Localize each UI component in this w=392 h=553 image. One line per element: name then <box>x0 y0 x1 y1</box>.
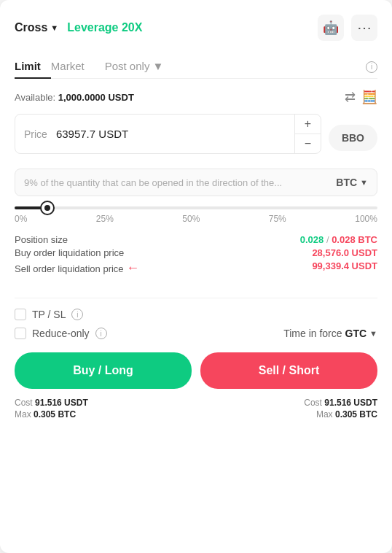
cross-button[interactable]: Cross ▼ <box>15 21 58 34</box>
buy-max-value: 0.305 BTC <box>34 409 76 419</box>
leverage-button[interactable]: Leverage 20X <box>67 21 142 34</box>
slider-label-50: 50% <box>182 214 200 224</box>
robot-button[interactable]: 🤖 <box>318 15 344 41</box>
time-in-force-label: Time in force <box>283 328 342 339</box>
tab-limit-label: Limit <box>15 60 41 72</box>
slider-container: 0% 25% 50% 75% 100% <box>15 206 377 224</box>
divider-1 <box>15 298 377 298</box>
position-size-green: 0.028 <box>300 234 324 245</box>
tabs-info: i <box>366 59 377 73</box>
price-section: Price 63957.7 USDT + − BBO <box>15 114 377 161</box>
header-icons: 🤖 ⋯ <box>318 15 377 41</box>
available-value: 1,000.0000 USDT <box>58 92 134 103</box>
slider-label-0: 0% <box>15 214 27 224</box>
available-text: Available: 1,000.0000 USDT <box>15 92 134 103</box>
panel-header: Cross ▼ Leverage 20X 🤖 ⋯ <box>15 15 377 41</box>
postonly-arrow-icon: ▼ <box>152 60 163 72</box>
sell-cost-group: Cost 91.516 USDT Max 0.305 BTC <box>304 398 377 419</box>
reduce-only-row: Reduce-only i Time in force GTC ▼ <box>15 328 377 339</box>
buy-liq-value: 28,576.0 USDT <box>312 247 377 258</box>
reduce-only-checkbox[interactable] <box>15 328 26 339</box>
tpsl-checkbox[interactable] <box>15 309 26 320</box>
tpsl-row: TP / SL i <box>15 309 377 320</box>
currency-arrow-icon: ▼ <box>360 178 368 187</box>
quantity-row[interactable]: 9% of the quantity that can be opened in… <box>15 169 377 196</box>
sell-liq-arrow-icon: ← <box>126 260 139 276</box>
sell-max-label: Max <box>316 409 333 419</box>
sell-short-label: Sell / Short <box>259 364 320 376</box>
time-in-force-value: GTC <box>345 328 367 339</box>
sell-cost-line: Cost 91.516 USDT <box>304 398 377 408</box>
buy-liq-row: Buy order liquidation price 28,576.0 USD… <box>15 247 377 258</box>
quantity-placeholder: 9% of the quantity that can be opened in… <box>24 177 336 188</box>
buy-liq-label: Buy order liquidation price <box>15 247 124 258</box>
tabs-info-icon[interactable]: i <box>366 61 377 73</box>
bbo-label: BBO <box>342 132 364 144</box>
sell-short-button[interactable]: Sell / Short <box>200 352 377 389</box>
price-increment-button[interactable]: + <box>295 115 321 134</box>
currency-label: BTC <box>336 177 357 188</box>
reduce-only-label: Reduce-only <box>32 328 90 339</box>
position-size-label: Position size <box>15 234 68 245</box>
cross-arrow-icon: ▼ <box>50 23 58 32</box>
tpsl-info-icon[interactable]: i <box>71 309 83 320</box>
reduce-only-info-icon[interactable]: i <box>95 328 107 339</box>
tab-market-label: Market <box>51 60 85 72</box>
sell-cost-value: 91.516 USDT <box>324 398 377 408</box>
sell-liq-label: Sell order liquidation price ← <box>15 260 142 276</box>
robot-icon: 🤖 <box>323 20 339 36</box>
price-stepper: + − <box>294 115 321 153</box>
buy-cost-label: Cost <box>15 398 33 408</box>
price-decrement-button[interactable]: − <box>295 134 321 153</box>
leverage-label: Leverage 20X <box>67 21 142 34</box>
cross-label: Cross <box>15 21 47 34</box>
bbo-button[interactable]: BBO <box>329 125 377 151</box>
buy-long-button[interactable]: Buy / Long <box>15 352 192 389</box>
position-size-row: Position size 0.028 / 0.028 BTC <box>15 234 377 245</box>
position-size-btc: 0.028 BTC <box>332 234 377 245</box>
tab-postonly-label: Post only <box>105 60 150 72</box>
sell-max-value: 0.305 BTC <box>335 409 377 419</box>
slider-thumb[interactable] <box>40 201 55 215</box>
tpsl-label: TP / SL <box>32 309 66 320</box>
price-value[interactable]: 63957.7 USDT <box>56 119 294 149</box>
price-input-row: Price 63957.7 USDT + − <box>15 114 321 154</box>
slider-label-25: 25% <box>96 214 114 224</box>
sell-liq-row: Sell order liquidation price ← 99,339.4 … <box>15 260 377 276</box>
checkbox-section: TP / SL i Reduce-only i Time in force GT… <box>15 309 377 339</box>
price-label: Price <box>15 128 56 140</box>
sell-cost-label: Cost <box>304 398 322 408</box>
transfer-icon[interactable]: ⇄ <box>345 89 356 105</box>
reduce-only-left: Reduce-only i <box>15 328 107 339</box>
more-icon: ⋯ <box>357 19 372 36</box>
buy-cost-line: Cost 91.516 USDT <box>15 398 88 408</box>
cost-row: Cost 91.516 USDT Max 0.305 BTC Cost 91.5… <box>15 398 377 419</box>
position-info: Position size 0.028 / 0.028 BTC Buy orde… <box>15 234 377 276</box>
buy-max-line: Max 0.305 BTC <box>15 409 88 419</box>
tab-limit[interactable]: Limit <box>15 54 51 78</box>
slider-label-100: 100% <box>355 214 377 224</box>
position-size-value: 0.028 / 0.028 BTC <box>300 234 377 245</box>
more-button[interactable]: ⋯ <box>351 15 377 41</box>
buy-cost-group: Cost 91.516 USDT Max 0.305 BTC <box>15 398 88 419</box>
available-label: Available: <box>15 92 55 103</box>
time-in-force[interactable]: Time in force GTC ▼ <box>283 328 377 339</box>
buy-max-label: Max <box>15 409 31 419</box>
calculator-icon[interactable]: 🧮 <box>361 89 377 105</box>
available-row: Available: 1,000.0000 USDT ⇄ 🧮 <box>15 89 377 105</box>
header-left: Cross ▼ Leverage 20X <box>15 21 142 34</box>
sell-max-line: Max 0.305 BTC <box>304 409 377 419</box>
buy-cost-value: 91.516 USDT <box>35 398 88 408</box>
buy-long-label: Buy / Long <box>73 364 133 376</box>
tab-postonly[interactable]: Post only ▼ <box>95 54 164 78</box>
slider-track[interactable] <box>15 206 377 209</box>
available-icons: ⇄ 🧮 <box>345 89 377 105</box>
action-buttons: Buy / Long Sell / Short <box>15 352 377 389</box>
slider-label-75: 75% <box>269 214 286 224</box>
order-tabs: Limit Market Post only ▼ i <box>15 54 377 79</box>
quantity-currency-selector[interactable]: BTC ▼ <box>336 177 368 188</box>
sell-liq-value: 99,339.4 USDT <box>312 260 377 276</box>
slider-thumb-inner <box>44 205 50 211</box>
tab-market[interactable]: Market <box>51 54 95 78</box>
tif-arrow-icon: ▼ <box>369 329 377 338</box>
